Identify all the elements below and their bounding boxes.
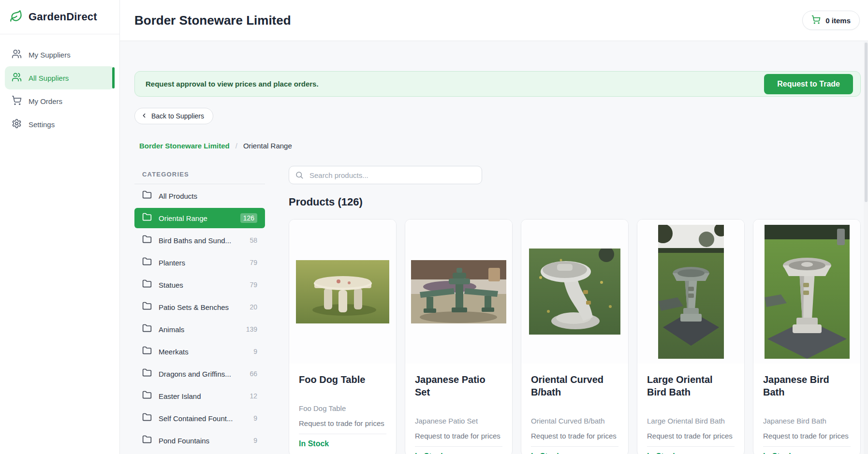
- product-subtitle: Oriental Curved B/bath: [531, 417, 618, 425]
- category-label: Statues: [159, 281, 243, 289]
- stock-badge: In Stock: [299, 439, 386, 448]
- category-count: 79: [250, 259, 257, 266]
- category-count: 20: [250, 303, 257, 311]
- category-count-badge: 126: [240, 213, 257, 223]
- folder-icon: [142, 412, 152, 424]
- card-divider: [415, 446, 502, 447]
- sidebar-item-my-suppliers[interactable]: My Suppliers: [5, 43, 115, 66]
- product-price-note: Request to trade for prices: [531, 432, 618, 440]
- sidebar-item-all-suppliers[interactable]: All Suppliers: [5, 66, 115, 89]
- product-photo-oriental-curved-bbath: [521, 220, 628, 364]
- page-scrollbar[interactable]: [864, 42, 868, 454]
- category-count: 139: [246, 325, 257, 333]
- category-patio-sets-benches[interactable]: Patio Sets & Benches 20: [134, 297, 265, 317]
- sidebar-item-label: Settings: [29, 120, 55, 129]
- product-photo-japanese-bird-bath: [753, 220, 860, 364]
- card-divider: [647, 446, 735, 447]
- leaf-icon: [10, 10, 23, 25]
- product-price-note: Request to trade for prices: [647, 432, 735, 440]
- category-count: 9: [253, 348, 257, 355]
- card-divider: [763, 446, 851, 447]
- product-card-foo-dog-table[interactable]: Foo Dog Table Foo Dog Table Request to t…: [289, 219, 397, 454]
- category-label: Bird Baths and Sund...: [159, 236, 243, 245]
- category-count: 9: [253, 414, 257, 422]
- folder-icon: [142, 301, 152, 313]
- card-divider: [531, 446, 618, 447]
- stock-badge: In Stock: [531, 452, 618, 454]
- product-subtitle: Japanese Bird Bath: [763, 417, 851, 425]
- product-price-note: Request to trade for prices: [763, 432, 851, 440]
- sidebar-item-settings[interactable]: Settings: [5, 113, 115, 136]
- stock-badge: In Stock: [763, 452, 851, 454]
- category-count: 66: [250, 370, 257, 378]
- scrollbar-thumb[interactable]: [865, 43, 868, 202]
- folder-icon: [142, 435, 152, 446]
- category-count: 12: [250, 392, 257, 400]
- header: Border Stoneware Limited 0 items: [120, 0, 868, 41]
- category-label: Animals: [159, 325, 239, 334]
- sidebar: GardenDirect My Suppliers All Suppliers: [0, 0, 120, 454]
- category-all-products[interactable]: All Products: [134, 186, 265, 206]
- product-photo-large-oriental-bird-bath: [637, 220, 744, 364]
- product-card-japanese-bird-bath[interactable]: Japanese Bird Bath Japanese Bird Bath Re…: [753, 219, 861, 454]
- product-card-large-oriental-bird-bath[interactable]: Large Oriental Bird Bath Large Oriental …: [637, 219, 745, 454]
- category-planters[interactable]: Planters 79: [134, 252, 265, 273]
- categories-heading: CATEGORIES: [134, 166, 265, 178]
- product-title: Japanese Bird Bath: [763, 373, 851, 398]
- category-self-contained-fountains[interactable]: Self Contained Fount... 9: [134, 408, 265, 428]
- category-bird-baths-and-sundials[interactable]: Bird Baths and Sund... 58: [134, 230, 265, 250]
- request-to-trade-button[interactable]: Request to Trade: [764, 74, 853, 94]
- stock-badge: In Stock: [647, 452, 735, 454]
- product-card-oriental-curved-bbath[interactable]: Oriental Curved B/bath Oriental Curved B…: [521, 219, 629, 454]
- sidebar-item-label: My Suppliers: [29, 51, 71, 59]
- search-input[interactable]: [289, 166, 482, 184]
- sidebar-nav: My Suppliers All Suppliers My Orders: [0, 34, 119, 136]
- chevron-left-icon: [141, 112, 147, 120]
- category-statues[interactable]: Statues 79: [134, 275, 265, 295]
- category-pond-fountains[interactable]: Pond Fountains 9: [134, 430, 265, 451]
- category-count: 9: [253, 437, 257, 444]
- product-subtitle: Large Oriental Bird Bath: [647, 417, 735, 425]
- main-content: Request approval to view prices and plac…: [120, 41, 868, 454]
- categories-panel: CATEGORIES All Products Oriental Range 1…: [134, 166, 265, 454]
- product-search: [289, 166, 482, 184]
- category-easter-island[interactable]: Easter Island 12: [134, 386, 265, 406]
- brand-logo: GardenDirect: [0, 0, 119, 34]
- stock-badge: In Stock: [415, 452, 502, 454]
- product-grid: Foo Dog Table Foo Dog Table Request to t…: [289, 219, 861, 454]
- folder-icon: [142, 390, 152, 402]
- breadcrumb-separator: /: [235, 142, 237, 150]
- folder-icon: [142, 212, 152, 224]
- cart-count-label: 0 items: [825, 16, 851, 25]
- cart-button[interactable]: 0 items: [802, 11, 860, 30]
- categories-divider: [134, 184, 265, 184]
- product-subtitle: Foo Dog Table: [299, 404, 386, 412]
- folder-icon: [142, 346, 152, 357]
- category-label: Meerkats: [159, 348, 247, 356]
- page-title: Border Stoneware Limited: [134, 13, 291, 28]
- product-title: Oriental Curved B/bath: [531, 373, 618, 398]
- product-title: Foo Dog Table: [299, 373, 386, 386]
- back-to-suppliers-button[interactable]: Back to Suppliers: [134, 108, 213, 124]
- category-animals[interactable]: Animals 139: [134, 319, 265, 339]
- card-divider: [299, 434, 386, 434]
- cart-icon: [12, 95, 22, 107]
- sidebar-item-my-orders[interactable]: My Orders: [5, 89, 115, 113]
- product-photo-japanese-patio-set: [405, 220, 512, 364]
- folder-icon: [142, 368, 152, 380]
- breadcrumb-supplier-link[interactable]: Border Stoneware Limited: [139, 142, 230, 150]
- category-meerkats[interactable]: Meerkats 9: [134, 341, 265, 362]
- breadcrumb: Border Stoneware Limited / Oriental Rang…: [134, 142, 861, 150]
- products-heading: Products (126): [289, 196, 861, 208]
- users-icon: [12, 72, 22, 84]
- product-title: Japanese Patio Set: [415, 373, 502, 398]
- product-title: Large Oriental Bird Bath: [647, 373, 735, 398]
- category-dragons-and-griffins[interactable]: Dragons and Griffins... 66: [134, 364, 265, 384]
- category-label: Patio Sets & Benches: [159, 303, 243, 311]
- category-oriental-range[interactable]: Oriental Range 126: [134, 208, 265, 228]
- product-card-japanese-patio-set[interactable]: Japanese Patio Set Japanese Patio Set Re…: [405, 219, 513, 454]
- folder-icon: [142, 234, 152, 246]
- category-label: Self Contained Fount...: [159, 414, 247, 423]
- product-price-note: Request to trade for prices: [299, 419, 386, 427]
- category-label: All Products: [159, 192, 250, 200]
